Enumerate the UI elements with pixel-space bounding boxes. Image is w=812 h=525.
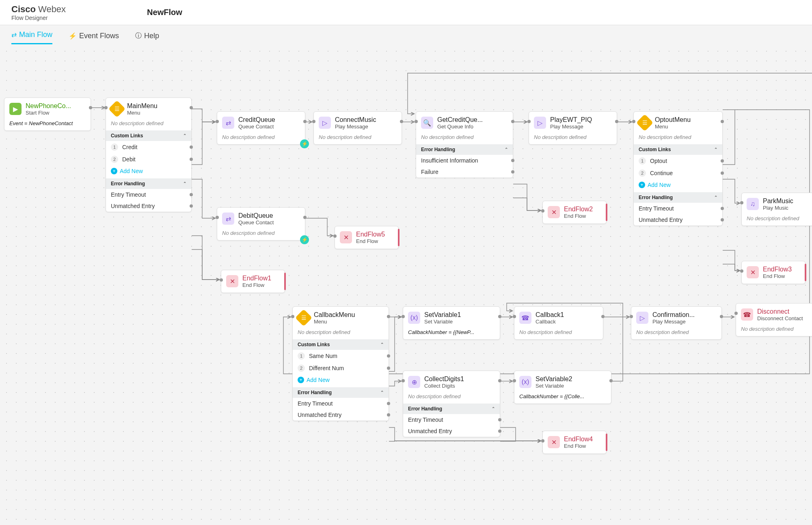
row-insufficient-info[interactable]: Insufficient Information: [416, 155, 513, 166]
tab-help-label: Help: [144, 32, 159, 40]
node-park-music[interactable]: ♫ ParkMusic Play Music No description de…: [741, 193, 812, 226]
row-failure[interactable]: Failure: [416, 166, 513, 178]
section-error-handling[interactable]: Error Handling⌃: [416, 144, 513, 155]
playewt-title: PlayEWT_PIQ: [550, 116, 592, 124]
tabs: ⇄ Main Flow ⚡ Event Flows ⓘ Help: [0, 25, 812, 45]
node-disconnect[interactable]: ☎ Disconnect Disconnect Contact No descr…: [736, 303, 812, 336]
section-error-handling[interactable]: Error Handling⌃: [106, 178, 191, 189]
creditq-desc: No description defined: [217, 134, 305, 144]
row-unmatched[interactable]: Unmatched Entry: [293, 409, 389, 421]
row-entry-timeout[interactable]: Entry Timeout: [293, 398, 389, 409]
chevron-up-icon: ⌃: [183, 181, 186, 186]
node-endflow5[interactable]: ✕ EndFlow5 End Flow: [335, 226, 399, 249]
main-flow-icon: ⇄: [11, 31, 17, 39]
node-optout-menu[interactable]: ☰ OptoutMenu Menu No description defined…: [633, 111, 723, 226]
ef2-title: EndFlow2: [564, 205, 593, 213]
callback-desc: No description defined: [514, 329, 603, 339]
node-start-flow[interactable]: ▶ NewPhoneCo... Start Flow Event = NewPh…: [4, 98, 91, 131]
node-collect-digits[interactable]: ⊕ CollectDigits1 Collect Digits No descr…: [403, 371, 500, 437]
chevron-up-icon: ⌃: [380, 342, 384, 347]
connectmusic-subtitle: Play Message: [335, 124, 376, 130]
search-icon: 🔍: [421, 117, 433, 129]
node-callback1[interactable]: ☎ Callback1 Callback No description defi…: [514, 306, 603, 340]
getcredit-title: GetCreditQue...: [437, 116, 483, 124]
row-unmatched[interactable]: Unmatched Entry: [106, 200, 191, 212]
mainmenu-subtitle: Menu: [127, 110, 158, 116]
row-entry-timeout[interactable]: Entry Timeout: [634, 203, 722, 214]
tab-main-flow[interactable]: ⇄ Main Flow: [11, 30, 52, 44]
node-confirmation[interactable]: ▷ Confirmation... Play Message No descri…: [631, 306, 722, 340]
play-icon: ▷: [319, 117, 331, 129]
ef4-subtitle: End Flow: [564, 443, 593, 449]
row-unmatched[interactable]: Unmatched Entry: [403, 425, 500, 437]
section-error-handling[interactable]: Error Handling⌃: [293, 387, 389, 398]
menu-icon: ☰: [295, 309, 312, 326]
setvar2-subtitle: Set Variable: [536, 383, 572, 389]
park-subtitle: Play Music: [763, 205, 793, 211]
chevron-up-icon: ⌃: [183, 133, 186, 138]
ef1-subtitle: End Flow: [242, 282, 271, 289]
section-error-handling[interactable]: Error Handling⌃: [403, 404, 500, 414]
brand-webex: Webex: [36, 4, 66, 14]
section-custom-links[interactable]: Custom Links⌃: [106, 130, 191, 141]
node-endflow2[interactable]: ✕ EndFlow2 End Flow: [542, 201, 607, 224]
connectmusic-desc: No description defined: [314, 134, 402, 144]
variable-icon: (x): [408, 312, 420, 324]
cbmenu-subtitle: Menu: [314, 319, 355, 325]
node-endflow4[interactable]: ✕ EndFlow4 End Flow: [542, 431, 607, 454]
add-new-link[interactable]: +Add New: [634, 179, 722, 192]
node-endflow3[interactable]: ✕ EndFlow3 End Flow: [741, 261, 806, 284]
row-unmatched[interactable]: Unmatched Entry: [634, 214, 722, 226]
link-optout[interactable]: 1Optout: [634, 155, 722, 167]
canvas[interactable]: ▶ NewPhoneCo... Start Flow Event = NewPh…: [0, 45, 812, 525]
node-play-ewt[interactable]: ▷ PlayEWT_PIQ Play Message No descriptio…: [529, 111, 617, 145]
brand-cisco: Cisco: [11, 4, 36, 14]
close-icon: ✕: [747, 266, 759, 278]
node-callback-menu[interactable]: ☰ CallbackMenu Menu No description defin…: [292, 306, 389, 421]
chevron-up-icon: ⌃: [714, 147, 717, 152]
cbmenu-desc: No description defined: [293, 329, 389, 339]
disconnect-icon: ☎: [741, 308, 753, 321]
node-get-credit-queue[interactable]: 🔍 GetCreditQue... Get Queue Info No desc…: [416, 111, 513, 178]
link-debit[interactable]: 2Debit: [106, 153, 191, 165]
music-icon: ♫: [747, 198, 759, 210]
section-error-handling[interactable]: Error Handling⌃: [634, 192, 722, 203]
creditq-subtitle: Queue Contact: [238, 124, 275, 130]
section-custom-links[interactable]: Custom Links⌃: [293, 339, 389, 350]
close-icon: ✕: [548, 206, 560, 218]
close-icon: ✕: [548, 436, 560, 448]
close-icon: ✕: [226, 275, 238, 287]
node-endflow1[interactable]: ✕ EndFlow1 End Flow: [221, 270, 285, 293]
tab-event-flows[interactable]: ⚡ Event Flows: [69, 32, 119, 44]
row-entry-timeout[interactable]: Entry Timeout: [403, 414, 500, 425]
menu-icon: ☰: [108, 100, 125, 117]
cbmenu-title: CallbackMenu: [314, 311, 355, 319]
ef2-subtitle: End Flow: [564, 213, 593, 219]
node-debit-queue[interactable]: ⇄ DebitQueue Queue Contact No descriptio…: [217, 207, 305, 241]
start-title: NewPhoneCo...: [26, 102, 71, 110]
getcredit-subtitle: Get Queue Info: [437, 124, 483, 130]
mainmenu-desc: No description defined: [106, 120, 191, 130]
ef3-title: EndFlow3: [763, 265, 792, 273]
ef5-title: EndFlow5: [356, 230, 385, 238]
link-continue[interactable]: 2Continue: [634, 167, 722, 179]
link-different-num[interactable]: 2Different Num: [293, 362, 389, 374]
row-entry-timeout[interactable]: Entry Timeout: [106, 189, 191, 200]
collect-title: CollectDigits1: [424, 375, 464, 383]
node-set-variable1[interactable]: (x) SetVariable1 Set Variable CallbackNu…: [403, 306, 500, 340]
link-same-num[interactable]: 1Same Num: [293, 350, 389, 362]
start-subtitle: Start Flow: [26, 110, 71, 116]
node-credit-queue[interactable]: ⇄ CreditQueue Queue Contact No descripti…: [217, 111, 305, 145]
link-credit[interactable]: 1Credit: [106, 141, 191, 153]
add-new-link[interactable]: +Add New: [106, 165, 191, 178]
section-custom-links[interactable]: Custom Links⌃: [634, 144, 722, 155]
lightning-badge-icon: ⚡: [300, 235, 309, 244]
tab-help[interactable]: ⓘ Help: [135, 32, 159, 44]
tab-main-label: Main Flow: [19, 30, 52, 39]
confirm-desc: No description defined: [631, 329, 721, 339]
setvar2-expr: CallbackNumber = {{Colle...: [514, 393, 611, 404]
add-new-link[interactable]: +Add New: [293, 374, 389, 387]
node-connect-music[interactable]: ▷ ConnectMusic Play Message No descripti…: [313, 111, 402, 145]
node-main-menu[interactable]: ☰ MainMenu Menu No description defined C…: [106, 98, 192, 212]
node-set-variable2[interactable]: (x) SetVariable2 Set Variable CallbackNu…: [514, 371, 611, 404]
